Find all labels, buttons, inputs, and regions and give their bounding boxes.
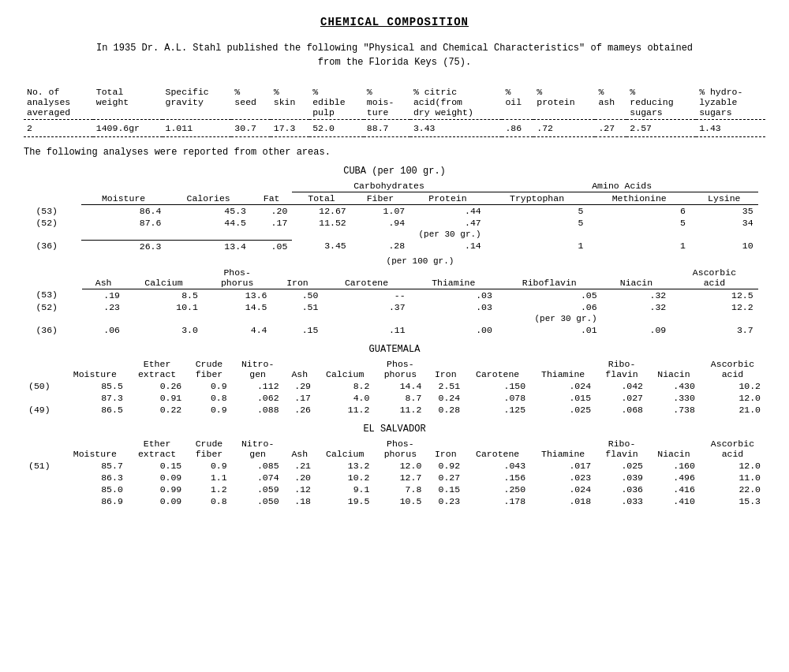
g-row-49: (49) 86.50.220.9.088.2611.211.20.28.125.… bbox=[24, 404, 765, 416]
methionine-col: Methionine bbox=[588, 192, 690, 205]
cuba-table-1: Carbohydrates Amino Acids Moisture Calor… bbox=[31, 180, 757, 252]
lysine-col: Lysine bbox=[690, 192, 758, 205]
per30-note2-row: (per 30 gr.) bbox=[31, 313, 757, 324]
col-header-protein: %protein bbox=[533, 85, 595, 120]
amino-acids-header: Amino Acids bbox=[486, 180, 758, 192]
protein-col: Protein bbox=[409, 192, 486, 205]
phos-col: Phos-phorus bbox=[203, 267, 272, 289]
guatemala-title: GUATEMALA bbox=[24, 344, 765, 355]
cell-pulp: 52.0 bbox=[309, 120, 364, 137]
e-blank bbox=[24, 438, 62, 460]
ribo-52: .06 bbox=[497, 301, 602, 313]
cell-oil: .86 bbox=[502, 120, 533, 137]
e-thiamine: Thiamine bbox=[530, 438, 596, 460]
carot-36: .11 bbox=[323, 324, 409, 336]
col-header-reducing: %reducingsugars bbox=[626, 85, 696, 120]
ribo-36: .01 bbox=[497, 324, 602, 336]
elsalvador-table: Moisture Etherextract Crudefiber Nitro-g… bbox=[24, 438, 765, 507]
g-crude: Crudefiber bbox=[186, 358, 231, 380]
col-header-oil: %oil bbox=[502, 85, 533, 120]
g-phos: Phos-phorus bbox=[374, 358, 426, 380]
thiam-52: .03 bbox=[410, 301, 497, 313]
total-53: 12.67 bbox=[292, 205, 350, 218]
main-summary-table: No. ofanalysesaveraged Totalweight Speci… bbox=[24, 85, 765, 137]
calcium-col: Calcium bbox=[125, 267, 203, 289]
e-row-51b: 86.30.091.1.074.2010.212.70.27.156.023.0… bbox=[24, 472, 765, 483]
carot-53: -- bbox=[323, 289, 409, 301]
label-36a: (36) bbox=[31, 240, 80, 252]
per-30-note-row: (per 30 gr.) bbox=[31, 229, 757, 240]
cell-ash: .27 bbox=[595, 120, 626, 137]
fat-36: .05 bbox=[251, 240, 292, 252]
thiam-36: .00 bbox=[410, 324, 497, 336]
col-moisture bbox=[81, 180, 166, 192]
e-niacin: Niacin bbox=[648, 438, 700, 460]
g-iron: Iron bbox=[426, 358, 465, 380]
section-note: The following analyses were reported fro… bbox=[24, 147, 765, 158]
asc-36: 3.7 bbox=[671, 324, 757, 336]
g-carotene: Carotene bbox=[465, 358, 530, 380]
cell-moisture: 88.7 bbox=[364, 120, 410, 137]
lys-53: 35 bbox=[690, 205, 758, 218]
blank-col bbox=[31, 192, 80, 205]
col-header-gravity: Specificgravity bbox=[163, 85, 232, 120]
cuba-row-52: (52) 87.6 44.5 .17 11.52 .94 .47 5 5 34 bbox=[31, 217, 757, 229]
tryptophan-col: Tryptophan bbox=[486, 192, 589, 205]
protein-52: .47 bbox=[409, 217, 486, 229]
tryp-53: 5 bbox=[486, 205, 589, 218]
g-thiamine: Thiamine bbox=[530, 358, 596, 380]
asc-52: 12.2 bbox=[671, 301, 757, 313]
fiber-52: .94 bbox=[351, 217, 409, 229]
per100-note: (per 100 gr.) bbox=[82, 256, 757, 267]
niacin-52: .32 bbox=[602, 301, 671, 313]
cuba-title: CUBA (per 100 gr.) bbox=[24, 166, 765, 177]
niacin-53: .32 bbox=[602, 289, 671, 301]
calories-52: 44.5 bbox=[166, 217, 251, 229]
iron-53: .50 bbox=[271, 289, 323, 301]
col-header-pulp: %ediblepulp bbox=[309, 85, 364, 120]
e-row-51d: 86.90.090.8.050.1819.510.50.23.178.018.0… bbox=[24, 495, 765, 507]
label-52: (52) bbox=[31, 217, 80, 229]
cuba2-row-52: (52) .23 10.1 14.5 .51 .37 .03 .06 .32 1… bbox=[31, 301, 757, 313]
tryp-36: 1 bbox=[486, 240, 589, 252]
g-moisture: Moisture bbox=[62, 358, 128, 380]
cell-seed: 30.7 bbox=[231, 120, 270, 137]
thiam-53: .03 bbox=[410, 289, 497, 301]
total-col: Total bbox=[292, 192, 350, 205]
cell-citric: 3.43 bbox=[410, 120, 503, 137]
carot-52: .37 bbox=[323, 301, 409, 313]
label-53: (53) bbox=[31, 205, 80, 218]
guatemala-table: Moisture Etherextract Crudefiber Nitro-g… bbox=[24, 358, 765, 416]
ascorbic-col: Ascorbicacid bbox=[671, 267, 757, 289]
g-niacin: Niacin bbox=[648, 358, 700, 380]
cell-skin: 17.3 bbox=[271, 120, 309, 137]
asc-53: 12.5 bbox=[671, 289, 757, 301]
fiber-36: .28 bbox=[351, 240, 409, 252]
cell-reducing: 2.57 bbox=[626, 120, 696, 137]
g-row-2: 87.30.910.8.062.174.08.70.24.078.015.027… bbox=[24, 392, 765, 404]
iron-col: Iron bbox=[271, 267, 323, 289]
protein-53: .44 bbox=[409, 205, 486, 218]
col-fat bbox=[251, 180, 292, 192]
moisture-53: 86.4 bbox=[81, 205, 166, 218]
phos-53: 13.6 bbox=[203, 289, 272, 301]
total-52: 11.52 bbox=[292, 217, 350, 229]
g-ash: Ash bbox=[284, 358, 316, 380]
meth-52: 5 bbox=[588, 217, 690, 229]
fat-53: .20 bbox=[251, 205, 292, 218]
e-ascorbic: Ascorbicacid bbox=[700, 438, 765, 460]
e-nitro: Nitro-gen bbox=[232, 438, 284, 460]
ribo-53: .05 bbox=[497, 289, 602, 301]
phos-52: 14.5 bbox=[203, 301, 272, 313]
page-title: CHEMICAL COMPOSITION bbox=[24, 16, 765, 28]
col-header-weight: Totalweight bbox=[93, 85, 163, 120]
intro-text: In 1935 Dr. A.L. Stahl published the fol… bbox=[24, 41, 765, 69]
meth-36: 1 bbox=[588, 240, 690, 252]
ash-53: .19 bbox=[82, 289, 125, 301]
calories-53: 45.3 bbox=[166, 205, 251, 218]
fat-52: .17 bbox=[251, 217, 292, 229]
total-36: 3.45 bbox=[292, 240, 350, 252]
moisture-col: Moisture bbox=[81, 192, 166, 205]
e-row-51c: 85.00.991.2.059.129.17.80.15.250.024.036… bbox=[24, 483, 765, 495]
lys-52: 34 bbox=[690, 217, 758, 229]
